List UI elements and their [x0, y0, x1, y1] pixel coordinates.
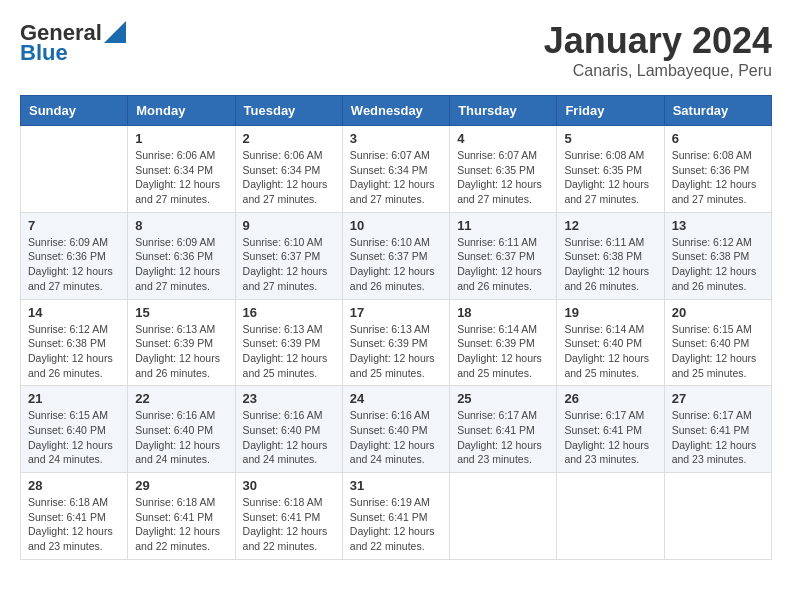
calendar-week-4: 21Sunrise: 6:15 AM Sunset: 6:40 PM Dayli…: [21, 386, 772, 473]
svg-marker-0: [104, 21, 126, 43]
table-row: 23Sunrise: 6:16 AM Sunset: 6:40 PM Dayli…: [235, 386, 342, 473]
day-info: Sunrise: 6:14 AM Sunset: 6:39 PM Dayligh…: [457, 322, 549, 381]
main-title: January 2024: [544, 20, 772, 62]
day-info: Sunrise: 6:08 AM Sunset: 6:35 PM Dayligh…: [564, 148, 656, 207]
table-row: 11Sunrise: 6:11 AM Sunset: 6:37 PM Dayli…: [450, 212, 557, 299]
calendar-week-2: 7Sunrise: 6:09 AM Sunset: 6:36 PM Daylig…: [21, 212, 772, 299]
table-row: 7Sunrise: 6:09 AM Sunset: 6:36 PM Daylig…: [21, 212, 128, 299]
table-row: 29Sunrise: 6:18 AM Sunset: 6:41 PM Dayli…: [128, 473, 235, 560]
day-info: Sunrise: 6:16 AM Sunset: 6:40 PM Dayligh…: [350, 408, 442, 467]
day-number: 14: [28, 305, 120, 320]
day-info: Sunrise: 6:10 AM Sunset: 6:37 PM Dayligh…: [350, 235, 442, 294]
table-row: 5Sunrise: 6:08 AM Sunset: 6:35 PM Daylig…: [557, 126, 664, 213]
day-info: Sunrise: 6:17 AM Sunset: 6:41 PM Dayligh…: [457, 408, 549, 467]
table-row: 2Sunrise: 6:06 AM Sunset: 6:34 PM Daylig…: [235, 126, 342, 213]
day-number: 2: [243, 131, 335, 146]
table-row: 19Sunrise: 6:14 AM Sunset: 6:40 PM Dayli…: [557, 299, 664, 386]
day-number: 21: [28, 391, 120, 406]
day-info: Sunrise: 6:16 AM Sunset: 6:40 PM Dayligh…: [135, 408, 227, 467]
calendar-week-5: 28Sunrise: 6:18 AM Sunset: 6:41 PM Dayli…: [21, 473, 772, 560]
table-row: 8Sunrise: 6:09 AM Sunset: 6:36 PM Daylig…: [128, 212, 235, 299]
day-info: Sunrise: 6:18 AM Sunset: 6:41 PM Dayligh…: [243, 495, 335, 554]
table-row: 15Sunrise: 6:13 AM Sunset: 6:39 PM Dayli…: [128, 299, 235, 386]
table-row: 22Sunrise: 6:16 AM Sunset: 6:40 PM Dayli…: [128, 386, 235, 473]
table-row: [664, 473, 771, 560]
day-number: 24: [350, 391, 442, 406]
day-info: Sunrise: 6:10 AM Sunset: 6:37 PM Dayligh…: [243, 235, 335, 294]
day-info: Sunrise: 6:17 AM Sunset: 6:41 PM Dayligh…: [672, 408, 764, 467]
table-row: 6Sunrise: 6:08 AM Sunset: 6:36 PM Daylig…: [664, 126, 771, 213]
day-number: 16: [243, 305, 335, 320]
table-row: 20Sunrise: 6:15 AM Sunset: 6:40 PM Dayli…: [664, 299, 771, 386]
day-number: 20: [672, 305, 764, 320]
table-row: 18Sunrise: 6:14 AM Sunset: 6:39 PM Dayli…: [450, 299, 557, 386]
day-info: Sunrise: 6:13 AM Sunset: 6:39 PM Dayligh…: [243, 322, 335, 381]
day-number: 30: [243, 478, 335, 493]
day-info: Sunrise: 6:16 AM Sunset: 6:40 PM Dayligh…: [243, 408, 335, 467]
day-number: 17: [350, 305, 442, 320]
day-number: 18: [457, 305, 549, 320]
table-row: 13Sunrise: 6:12 AM Sunset: 6:38 PM Dayli…: [664, 212, 771, 299]
logo: General Blue: [20, 20, 126, 66]
day-info: Sunrise: 6:07 AM Sunset: 6:34 PM Dayligh…: [350, 148, 442, 207]
calendar-header-row: Sunday Monday Tuesday Wednesday Thursday…: [21, 96, 772, 126]
day-info: Sunrise: 6:13 AM Sunset: 6:39 PM Dayligh…: [350, 322, 442, 381]
day-number: 13: [672, 218, 764, 233]
table-row: [450, 473, 557, 560]
day-info: Sunrise: 6:13 AM Sunset: 6:39 PM Dayligh…: [135, 322, 227, 381]
day-number: 12: [564, 218, 656, 233]
day-info: Sunrise: 6:08 AM Sunset: 6:36 PM Dayligh…: [672, 148, 764, 207]
table-row: 25Sunrise: 6:17 AM Sunset: 6:41 PM Dayli…: [450, 386, 557, 473]
day-info: Sunrise: 6:06 AM Sunset: 6:34 PM Dayligh…: [135, 148, 227, 207]
day-number: 22: [135, 391, 227, 406]
table-row: 10Sunrise: 6:10 AM Sunset: 6:37 PM Dayli…: [342, 212, 449, 299]
day-number: 8: [135, 218, 227, 233]
day-info: Sunrise: 6:12 AM Sunset: 6:38 PM Dayligh…: [672, 235, 764, 294]
subtitle: Canaris, Lambayeque, Peru: [544, 62, 772, 80]
day-number: 4: [457, 131, 549, 146]
table-row: 21Sunrise: 6:15 AM Sunset: 6:40 PM Dayli…: [21, 386, 128, 473]
calendar-table: Sunday Monday Tuesday Wednesday Thursday…: [20, 95, 772, 560]
day-number: 31: [350, 478, 442, 493]
table-row: 1Sunrise: 6:06 AM Sunset: 6:34 PM Daylig…: [128, 126, 235, 213]
day-number: 29: [135, 478, 227, 493]
day-info: Sunrise: 6:09 AM Sunset: 6:36 PM Dayligh…: [135, 235, 227, 294]
day-info: Sunrise: 6:18 AM Sunset: 6:41 PM Dayligh…: [28, 495, 120, 554]
day-number: 19: [564, 305, 656, 320]
table-row: [557, 473, 664, 560]
table-row: 27Sunrise: 6:17 AM Sunset: 6:41 PM Dayli…: [664, 386, 771, 473]
title-section: January 2024 Canaris, Lambayeque, Peru: [544, 20, 772, 80]
logo-blue: Blue: [20, 40, 68, 66]
day-info: Sunrise: 6:17 AM Sunset: 6:41 PM Dayligh…: [564, 408, 656, 467]
day-number: 25: [457, 391, 549, 406]
table-row: 30Sunrise: 6:18 AM Sunset: 6:41 PM Dayli…: [235, 473, 342, 560]
day-info: Sunrise: 6:14 AM Sunset: 6:40 PM Dayligh…: [564, 322, 656, 381]
page-header: General Blue January 2024 Canaris, Lamba…: [20, 20, 772, 80]
calendar-week-3: 14Sunrise: 6:12 AM Sunset: 6:38 PM Dayli…: [21, 299, 772, 386]
col-sunday: Sunday: [21, 96, 128, 126]
day-number: 6: [672, 131, 764, 146]
table-row: 4Sunrise: 6:07 AM Sunset: 6:35 PM Daylig…: [450, 126, 557, 213]
table-row: 31Sunrise: 6:19 AM Sunset: 6:41 PM Dayli…: [342, 473, 449, 560]
table-row: 3Sunrise: 6:07 AM Sunset: 6:34 PM Daylig…: [342, 126, 449, 213]
logo-arrow-icon: [104, 21, 126, 43]
day-info: Sunrise: 6:06 AM Sunset: 6:34 PM Dayligh…: [243, 148, 335, 207]
day-number: 10: [350, 218, 442, 233]
day-number: 5: [564, 131, 656, 146]
table-row: 26Sunrise: 6:17 AM Sunset: 6:41 PM Dayli…: [557, 386, 664, 473]
table-row: 17Sunrise: 6:13 AM Sunset: 6:39 PM Dayli…: [342, 299, 449, 386]
day-number: 1: [135, 131, 227, 146]
day-number: 3: [350, 131, 442, 146]
day-info: Sunrise: 6:18 AM Sunset: 6:41 PM Dayligh…: [135, 495, 227, 554]
col-tuesday: Tuesday: [235, 96, 342, 126]
day-info: Sunrise: 6:11 AM Sunset: 6:37 PM Dayligh…: [457, 235, 549, 294]
day-number: 15: [135, 305, 227, 320]
calendar-week-1: 1Sunrise: 6:06 AM Sunset: 6:34 PM Daylig…: [21, 126, 772, 213]
table-row: 9Sunrise: 6:10 AM Sunset: 6:37 PM Daylig…: [235, 212, 342, 299]
table-row: [21, 126, 128, 213]
table-row: 28Sunrise: 6:18 AM Sunset: 6:41 PM Dayli…: [21, 473, 128, 560]
col-friday: Friday: [557, 96, 664, 126]
col-monday: Monday: [128, 96, 235, 126]
day-number: 9: [243, 218, 335, 233]
day-info: Sunrise: 6:12 AM Sunset: 6:38 PM Dayligh…: [28, 322, 120, 381]
